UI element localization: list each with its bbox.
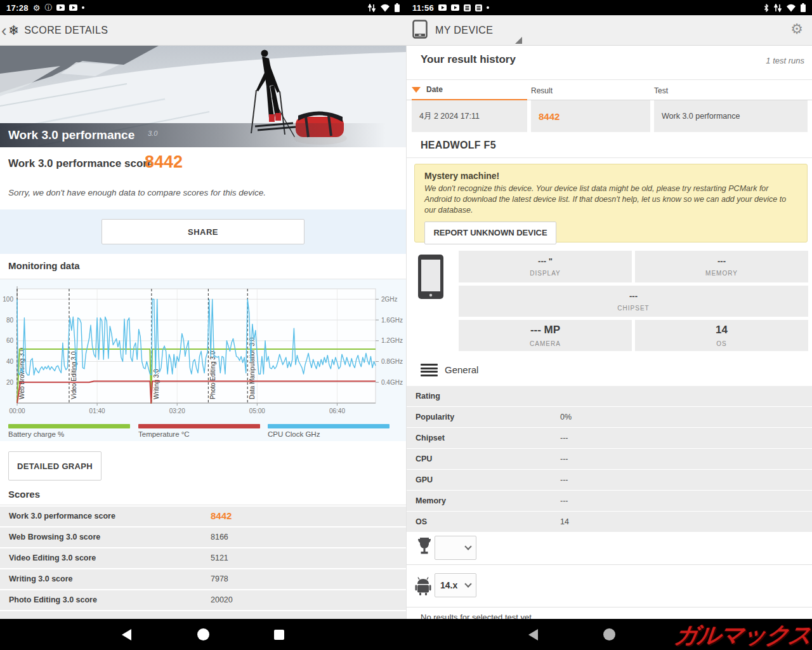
score-row-value: 8442	[211, 510, 232, 521]
score-row-value: 8166	[211, 533, 228, 541]
column-header-test[interactable]: Test	[654, 80, 808, 101]
svg-text:100: 100	[3, 296, 13, 303]
document-notification-icon	[475, 4, 482, 11]
report-unknown-device-button[interactable]: REPORT UNKNOWN DEVICE	[424, 222, 556, 244]
score-row-value: 20020	[211, 595, 233, 604]
legend-swatch-battery	[8, 424, 130, 428]
clock-right: 11:56	[412, 3, 434, 13]
spec-display: --- " DISPLAY	[459, 251, 632, 282]
score-row-label: Photo Editing 3.0 score	[9, 595, 97, 604]
spec-value: ---	[717, 256, 726, 266]
screenshot-root: 17:28 ⚙ ⓘ 11:56 ‹ ❄	[0, 0, 812, 650]
result-table-row[interactable]: 4月 2 2024 17:11 8442 Work 3.0 performanc…	[407, 100, 812, 132]
spec-chipset: --- CHIPSET	[459, 286, 808, 317]
settings-notification-icon: ⚙	[33, 4, 41, 12]
score-row-label: Video Editing 3.0 score	[9, 554, 96, 562]
monitoring-header: Monitoring data	[0, 254, 406, 279]
settings-gear-icon[interactable]: ⚙	[790, 22, 803, 36]
general-row-label: Rating	[416, 392, 440, 401]
score-row: Photo Editing 3.0 score 20020	[0, 590, 406, 610]
general-row-value: 14	[560, 517, 569, 526]
divider	[407, 157, 812, 158]
spec-label: MEMORY	[705, 270, 738, 277]
android-version-select[interactable]: 14.x	[435, 573, 476, 597]
info-notification-icon: ⓘ	[44, 4, 52, 11]
battery-icon	[395, 3, 400, 12]
data-transfer-icon	[368, 4, 376, 12]
youtube-notification-icon	[451, 4, 459, 11]
status-bar-right: 11:56	[406, 0, 812, 15]
svg-text:03:20: 03:20	[169, 408, 185, 415]
dropdown-corner-triangle-icon[interactable]	[515, 37, 522, 44]
detailed-graph-button[interactable]: DETAILED GRAPH	[8, 451, 102, 481]
column-header-date[interactable]: Date	[412, 80, 527, 101]
appbar-my-device: MY DEVICE ⚙	[406, 15, 812, 46]
chevron-down-icon	[464, 580, 471, 587]
back-nav-icon[interactable]	[528, 629, 538, 640]
general-row-value: 0%	[560, 413, 572, 421]
bluetooth-icon	[763, 4, 769, 12]
phone-spec-icon	[416, 253, 445, 304]
back-nav-icon[interactable]	[122, 629, 131, 640]
battery-icon	[801, 3, 806, 12]
score-row-partial	[0, 611, 406, 619]
trophy-filter-select[interactable]	[435, 536, 476, 560]
appbar-score-details: ‹ ❄ SCORE DETAILS	[0, 15, 406, 46]
recents-nav-icon[interactable]	[274, 630, 284, 640]
garumax-watermark-logo: ガルマックス	[672, 620, 812, 650]
svg-text:01:40: 01:40	[89, 408, 105, 415]
result-history-title: Your result history	[421, 53, 516, 66]
legend-item-temperature: Temperature °C	[138, 424, 260, 438]
device-spec-grid: --- " DISPLAY --- MEMORY --- CHIPSET ---…	[407, 251, 812, 351]
svg-text:1.2GHz: 1.2GHz	[381, 337, 403, 344]
home-nav-icon[interactable]	[197, 628, 209, 640]
general-row: Chipset ---	[407, 428, 812, 448]
my-device-panel: Your result history 1 test runs Date Res…	[406, 46, 812, 619]
svg-text:60: 60	[6, 337, 14, 344]
wifi-icon	[380, 4, 390, 12]
youtube-notification-icon	[438, 4, 447, 11]
score-details-title: SCORE DETAILS	[24, 25, 108, 36]
general-row-value: ---	[560, 475, 568, 484]
pcmark-work-snowflake-icon: ❄	[8, 23, 20, 37]
banner-version: 3.0	[148, 129, 157, 137]
status-bar-left: 17:28 ⚙ ⓘ	[0, 0, 406, 15]
back-chevron-icon[interactable]: ‹	[1, 22, 7, 39]
trophy-filter-row	[407, 533, 812, 565]
score-row-label: Web Browsing 3.0 score	[9, 533, 100, 541]
score-row-label: Work 3.0 performance score	[9, 512, 115, 521]
my-device-title[interactable]: MY DEVICE	[435, 25, 493, 36]
mystery-title: Mystery machine!	[424, 171, 797, 181]
document-notification-icon	[464, 4, 471, 11]
home-nav-icon[interactable]	[603, 628, 615, 640]
result-table-header: Date Result Test	[407, 79, 812, 100]
general-row-label: Memory	[416, 496, 446, 505]
spec-camera: --- MP CAMERA	[459, 320, 632, 351]
general-row: OS 14	[407, 512, 812, 532]
wifi-icon	[786, 4, 796, 12]
legend-label-cpu: CPU Clock GHz	[268, 430, 390, 438]
score-label: Work 3.0 performance score	[8, 157, 153, 170]
general-row: Rating	[407, 386, 812, 406]
score-row-label: Writing 3.0 score	[9, 574, 73, 583]
column-label-date: Date	[426, 85, 443, 94]
test-runs-count: 1 test runs	[766, 56, 804, 65]
general-title: General	[445, 364, 478, 375]
general-row-label: Chipset	[416, 434, 445, 442]
legend-item-cpu: CPU Clock GHz	[268, 424, 390, 438]
general-row-value: ---	[560, 434, 568, 442]
divider	[0, 505, 406, 505]
chevron-down-icon	[464, 543, 471, 550]
spec-value: 14	[716, 324, 728, 336]
share-button[interactable]: SHARE	[102, 219, 304, 244]
column-label-test: Test	[654, 86, 668, 95]
svg-text:80: 80	[6, 317, 14, 324]
no-compare-message: Sorry, we don't have enough data to comp…	[8, 188, 266, 197]
score-row-value: 5121	[211, 554, 228, 562]
svg-text:20: 20	[6, 379, 14, 386]
column-header-result[interactable]: Result	[531, 80, 650, 101]
score-row: Writing 3.0 score 7978	[0, 569, 406, 589]
svg-text:2GHz: 2GHz	[381, 296, 398, 303]
work-performance-banner: Work 3.0 performance 3.0	[0, 46, 406, 147]
general-row: Memory ---	[407, 491, 812, 511]
